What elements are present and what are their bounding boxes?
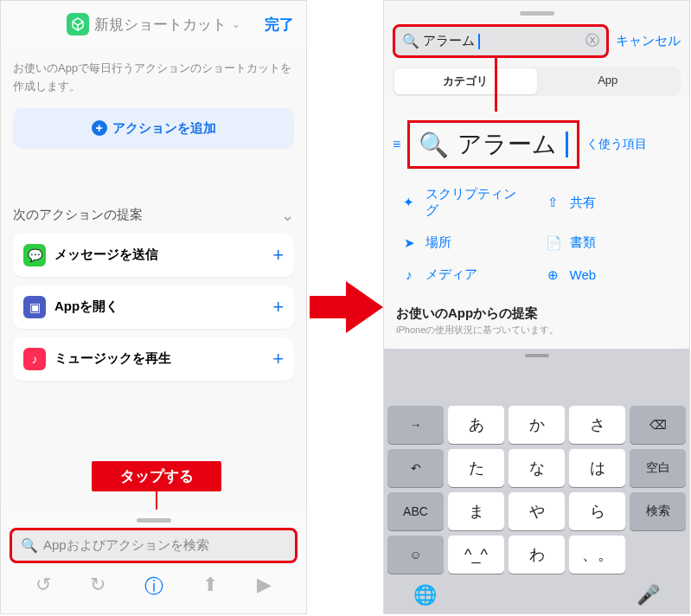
key-next[interactable]: → <box>387 406 444 444</box>
info-icon[interactable]: ⓘ <box>144 574 163 600</box>
left-screen: 新規ショートカット ⌄ 完了 お使いのAppで毎日行うアクションのショートカット… <box>0 0 307 614</box>
search-icon: 🔍 <box>21 537 38 554</box>
segmented-control[interactable]: カテゴリ App <box>393 67 681 96</box>
list-icon[interactable]: ≡ <box>393 137 400 152</box>
play-icon[interactable]: ▶ <box>257 574 272 600</box>
key-face[interactable]: ^_^ <box>448 536 504 574</box>
candidate-bar[interactable] <box>387 366 686 401</box>
action-label: ミュージックを再生 <box>54 350 264 367</box>
annotation-line <box>495 55 497 112</box>
cat-location[interactable]: ➤場所 <box>401 234 528 251</box>
undo-icon[interactable]: ↺ <box>35 574 51 600</box>
bottom-toolbar: ↺ ↻ ⓘ ⬆ ▶ <box>1 563 306 606</box>
arrow-icon <box>310 277 383 337</box>
category-grid: ✦スクリプティング ⇧共有 ➤場所 📄書類 ♪メディア ⊕Web <box>384 177 689 297</box>
search-icon: 🔍 <box>419 131 449 159</box>
app-suggest-title: お使いのAppからの提案 <box>396 305 677 322</box>
action-send-message[interactable]: 💬 メッセージを送信 + <box>13 234 294 277</box>
music-icon: ♪ <box>23 348 46 370</box>
action-label: メッセージを送信 <box>54 247 264 263</box>
key-space[interactable]: 空白 <box>630 449 686 487</box>
clear-icon[interactable]: ⓧ <box>585 32 599 50</box>
key-punct[interactable]: 、。 <box>569 536 625 574</box>
cat-documents[interactable]: 📄書類 <box>546 234 673 251</box>
share-icon[interactable]: ⬆ <box>202 574 218 600</box>
key-ya[interactable]: や <box>509 492 565 530</box>
key-emoji[interactable]: ☺ <box>387 536 444 574</box>
share-icon: ⇧ <box>546 195 561 210</box>
big-search-highlight: 🔍 アラーム <box>407 120 579 169</box>
redo-icon[interactable]: ↻ <box>90 574 106 600</box>
right-screen: 🔍 アラーム ⓧ キャンセル カテゴリ App ≡ 🔍 アラーム く使う項目 ✦… <box>383 0 690 614</box>
message-icon: 💬 <box>23 244 46 266</box>
add-icon[interactable]: + <box>272 296 284 318</box>
shortcut-icon <box>67 13 89 35</box>
header-title: 新規ショートカット <box>94 15 227 35</box>
key-ha[interactable]: は <box>569 449 625 487</box>
key-wa[interactable]: わ <box>509 536 565 574</box>
drag-handle[interactable] <box>137 518 171 523</box>
seg-category[interactable]: カテゴリ <box>394 68 537 94</box>
drag-handle[interactable] <box>520 11 554 16</box>
key-abc[interactable]: ABC <box>387 492 444 530</box>
globe-icon[interactable]: 🌐 <box>413 584 437 606</box>
key-ta[interactable]: た <box>448 449 504 487</box>
big-search-text: アラーム <box>457 128 557 161</box>
location-icon: ➤ <box>401 235 417 251</box>
search-input[interactable]: 🔍 アラーム ⓧ <box>393 24 609 58</box>
web-icon: ⊕ <box>546 267 561 283</box>
document-icon: 📄 <box>546 235 561 251</box>
chevron-down-icon[interactable]: ⌄ <box>232 18 240 30</box>
scripting-icon: ✦ <box>401 195 417 210</box>
cat-scripting[interactable]: ✦スクリプティング <box>401 186 528 219</box>
media-icon: ♪ <box>401 267 417 282</box>
search-placeholder: Appおよびアクションを検索 <box>43 537 209 554</box>
add-icon[interactable]: + <box>272 244 284 266</box>
seg-app[interactable]: App <box>537 68 680 94</box>
callout-label: タップする <box>92 461 221 491</box>
key-na[interactable]: な <box>509 449 565 487</box>
cancel-button[interactable]: キャンセル <box>616 33 681 49</box>
app-icon: ▣ <box>23 296 46 318</box>
add-action-label: アクションを追加 <box>112 120 216 137</box>
action-label: Appを開く <box>54 298 264 315</box>
key-search[interactable]: 検索 <box>630 492 686 530</box>
search-icon: 🔍 <box>402 33 419 49</box>
key-ra[interactable]: ら <box>569 492 625 530</box>
mic-icon[interactable]: 🎤 <box>637 584 660 606</box>
suggestions-title: 次のアクションの提案 <box>13 207 143 223</box>
key-undo[interactable]: ↶ <box>387 449 444 487</box>
app-suggest-subtitle: iPhoneの使用状況に基づいています。 <box>396 324 677 337</box>
search-value: アラーム <box>423 33 475 49</box>
key-delete[interactable]: ⌫ <box>630 406 686 444</box>
add-icon[interactable]: + <box>272 348 284 370</box>
action-play-music[interactable]: ♪ ミュージックを再生 + <box>13 337 294 381</box>
chevron-down-icon[interactable]: ⌄ <box>281 206 294 225</box>
header: 新規ショートカット ⌄ 完了 <box>1 1 306 48</box>
keyboard: → あ か さ ⌫ ↶ た な は 空白 ABC ま や ら 検索 ☺ <box>384 349 689 613</box>
key-a[interactable]: あ <box>448 406 504 444</box>
key-ka[interactable]: か <box>509 406 565 444</box>
key-ma[interactable]: ま <box>448 492 504 530</box>
key-sa[interactable]: さ <box>569 406 625 444</box>
add-action-button[interactable]: + アクションを追加 <box>13 108 294 149</box>
cat-web[interactable]: ⊕Web <box>546 266 673 283</box>
cat-share[interactable]: ⇧共有 <box>546 186 673 219</box>
done-button[interactable]: 完了 <box>265 15 294 35</box>
frequent-link[interactable]: く使う項目 <box>586 137 647 152</box>
keyboard-handle[interactable] <box>525 354 549 357</box>
plus-icon: + <box>92 120 107 136</box>
search-bar[interactable]: 🔍 Appおよびアクションを検索 <box>10 528 298 563</box>
cat-media[interactable]: ♪メディア <box>401 266 528 283</box>
action-open-app[interactable]: ▣ Appを開く + <box>13 286 294 329</box>
description-text: お使いのAppで毎日行うアクションのショートカットを作成します。 <box>13 60 294 96</box>
